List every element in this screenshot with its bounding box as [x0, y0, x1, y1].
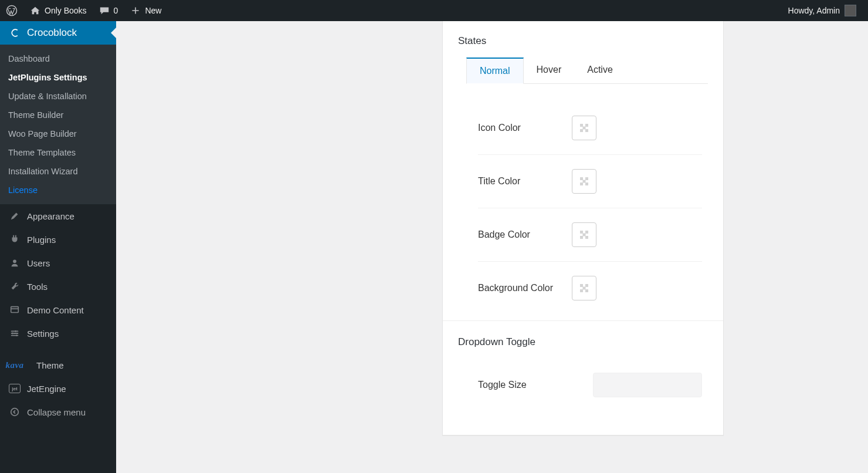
wp-logo[interactable]: [0, 0, 23, 21]
new-content-link[interactable]: New: [124, 0, 167, 21]
submenu-theme-templates[interactable]: Theme Templates: [0, 143, 116, 162]
sidebar-item-label: Appearance: [27, 211, 74, 221]
svg-rect-12: [580, 177, 583, 180]
admin-bar-right: Howdy, Admin: [779, 0, 868, 21]
svg-rect-16: [585, 183, 588, 185]
field-icon-color: Icon Color: [478, 102, 702, 155]
field-badge-color: Badge Color: [478, 208, 702, 262]
account-link[interactable]: Howdy, Admin: [779, 0, 862, 21]
section-title-states: States: [458, 35, 708, 47]
sidebar-item-appearance[interactable]: Appearance: [0, 204, 116, 228]
settings-icon: [8, 328, 21, 339]
admin-bar-left: Only Books 0 New: [0, 0, 167, 21]
svg-rect-7: [580, 124, 583, 127]
svg-rect-17: [580, 231, 583, 234]
section-title-dropdown: Dropdown Toggle: [458, 336, 708, 348]
comments-icon: [99, 5, 110, 16]
svg-rect-11: [585, 129, 588, 132]
svg-rect-10: [580, 129, 583, 132]
sidebar-item-label: Settings: [27, 329, 59, 339]
color-picker-badge-color[interactable]: [572, 222, 596, 247]
svg-rect-2: [11, 307, 19, 313]
field-title-color: Title Color: [478, 155, 702, 208]
collapse-menu[interactable]: Collapse menu: [0, 400, 116, 424]
comments-link[interactable]: 0: [93, 0, 124, 21]
svg-rect-15: [580, 183, 583, 185]
svg-rect-18: [585, 231, 588, 234]
field-label: Icon Color: [478, 123, 572, 133]
svg-rect-23: [585, 284, 588, 287]
new-label: New: [145, 6, 161, 15]
svg-rect-26: [585, 289, 588, 292]
demo-content-icon: [8, 305, 21, 315]
svg-rect-9: [583, 127, 586, 130]
states-tabs: Normal Hover Active: [466, 58, 708, 84]
sidebar-item-kava-theme[interactable]: kava Theme: [0, 353, 116, 377]
collapse-label: Collapse menu: [27, 407, 86, 417]
howdy-text: Howdy, Admin: [788, 6, 840, 15]
submenu-jetplugins-settings[interactable]: JetPlugins Settings: [0, 68, 116, 87]
wordpress-icon: [6, 5, 18, 16]
field-toggle-size: Toggle Size: [478, 359, 702, 411]
field-label: Title Color: [478, 176, 572, 187]
sidebar-item-plugins[interactable]: Plugins: [0, 228, 116, 251]
field-background-color: Background Color: [478, 262, 702, 315]
svg-rect-21: [585, 236, 588, 239]
submenu-theme-builder[interactable]: Theme Builder: [0, 106, 116, 124]
admin-sidebar: Crocoblock Dashboard JetPlugins Settings…: [0, 21, 116, 473]
toggle-size-input[interactable]: [593, 373, 702, 397]
tab-hover[interactable]: Hover: [524, 58, 575, 83]
main-content: States Normal Hover Active Icon Color Ti…: [116, 21, 868, 473]
sidebar-item-settings[interactable]: Settings: [0, 322, 116, 345]
color-picker-title-color[interactable]: [572, 169, 596, 194]
users-icon: [8, 258, 21, 268]
svg-rect-14: [583, 180, 586, 183]
color-picker-icon-color[interactable]: [572, 116, 596, 140]
plugins-icon: [8, 234, 21, 245]
svg-rect-22: [580, 284, 583, 287]
submenu-license[interactable]: License: [0, 181, 116, 200]
settings-panel: States Normal Hover Active Icon Color Ti…: [442, 21, 724, 435]
svg-rect-24: [583, 287, 586, 290]
sidebar-item-label: Users: [27, 258, 50, 268]
tab-normal[interactable]: Normal: [466, 58, 524, 84]
tab-active[interactable]: Active: [574, 58, 626, 83]
svg-point-3: [15, 330, 16, 332]
sidebar-item-crocoblock[interactable]: Crocoblock: [0, 21, 116, 45]
color-picker-background-color[interactable]: [572, 276, 596, 300]
field-label: Badge Color: [478, 229, 572, 240]
sidebar-item-jetengine[interactable]: jet JetEngine: [0, 377, 116, 400]
tools-icon: [8, 281, 21, 292]
sidebar-item-users[interactable]: Users: [0, 251, 116, 275]
sidebar-item-demo-content[interactable]: Demo Content: [0, 298, 116, 322]
submenu-woo-page-builder[interactable]: Woo Page Builder: [0, 124, 116, 143]
avatar: [845, 5, 856, 16]
field-label: Background Color: [478, 283, 572, 293]
sidebar-item-label: Tools: [27, 282, 48, 292]
jetengine-icon: jet: [8, 384, 21, 393]
sidebar-item-label: Plugins: [27, 235, 56, 245]
sidebar-item-label: Theme: [36, 360, 64, 370]
svg-rect-20: [580, 236, 583, 239]
svg-point-4: [12, 333, 13, 335]
svg-rect-25: [580, 289, 583, 292]
field-label: Toggle Size: [478, 380, 572, 390]
svg-point-6: [11, 408, 19, 416]
submenu-installation-wizard[interactable]: Installation Wizard: [0, 162, 116, 181]
svg-rect-13: [585, 177, 588, 180]
collapse-icon: [8, 407, 21, 417]
sidebar-item-tools[interactable]: Tools: [0, 275, 116, 298]
svg-rect-19: [583, 234, 586, 237]
section-divider: [443, 320, 723, 321]
submenu-update-installation[interactable]: Update & Installation: [0, 87, 116, 106]
sidebar-item-label: Crocoblock: [27, 27, 77, 39]
site-link[interactable]: Only Books: [23, 0, 93, 21]
kava-icon: kava: [8, 360, 21, 370]
crocoblock-icon: [8, 27, 21, 39]
svg-point-1: [13, 259, 16, 263]
svg-rect-8: [585, 124, 588, 127]
sidebar-item-label: Demo Content: [27, 305, 84, 315]
site-title: Only Books: [45, 6, 87, 15]
submenu-dashboard[interactable]: Dashboard: [0, 49, 116, 68]
plus-icon: [130, 5, 141, 16]
